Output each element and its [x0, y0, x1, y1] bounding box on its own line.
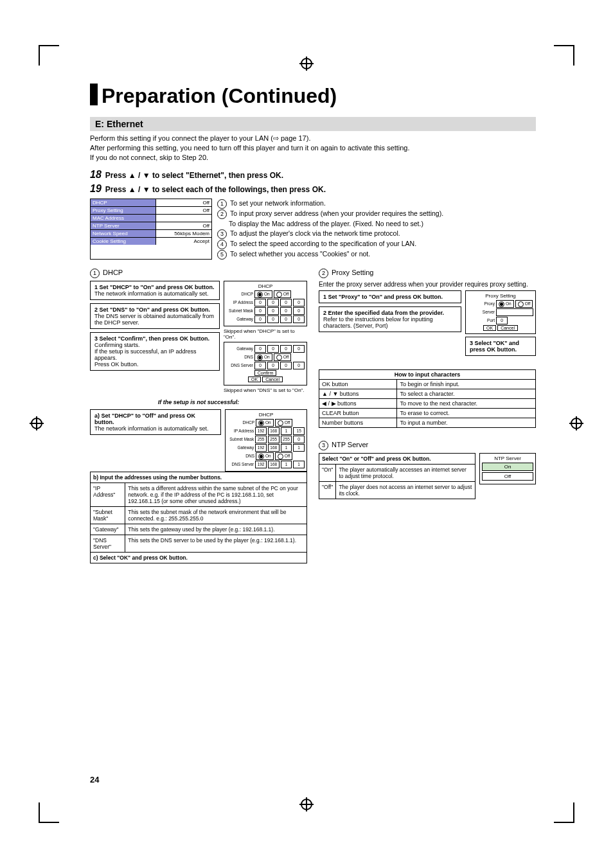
- radio-off-icon: [278, 420, 283, 426]
- step-text: Press ▲ / ▼ to select each of the follow…: [105, 185, 326, 194]
- cell: The player automatically accesses an int…: [336, 464, 475, 481]
- radio-on-icon: [258, 454, 264, 459]
- text: Confirming starts. If the setup is succe…: [94, 342, 196, 368]
- menu-label: Network Speed: [91, 230, 155, 238]
- text: 2 Set "DNS" to "On" and press OK button.: [94, 306, 210, 313]
- label: Server: [468, 310, 495, 314]
- cancel-button-illustration: Cancel: [262, 376, 283, 382]
- cell: 192: [255, 444, 267, 452]
- ntp-panel-illustration: NTP Server On Off: [479, 453, 536, 484]
- dhcp-heading: 1DHCP: [90, 269, 307, 278]
- text: Off: [283, 355, 289, 359]
- cell: 0: [280, 362, 292, 369]
- page-number: 24: [90, 775, 99, 784]
- cell: "IP Address": [91, 483, 125, 506]
- menu-value: Off: [155, 207, 211, 215]
- registration-mark-icon: [301, 799, 312, 810]
- radio-off-icon: [276, 292, 282, 297]
- cell: This sets the DNS server to be used by t…: [125, 535, 307, 552]
- text: To select the speed according to the spe…: [230, 240, 416, 247]
- fail-heading: If the setup is not successful:: [90, 399, 307, 405]
- cell: 0: [267, 362, 279, 369]
- menu-value: [155, 215, 211, 222]
- crop-mark: [39, 802, 59, 823]
- menu-value: Off: [155, 199, 211, 207]
- text: After performing this setting, you need …: [90, 144, 410, 152]
- text: 3 Select "Confirm", then press OK button…: [94, 335, 209, 342]
- proxy-step-2: 2 Enter the specified data from the prov…: [319, 306, 461, 332]
- label: Gateway: [226, 317, 253, 321]
- cell: 255: [268, 436, 280, 443]
- cell: "Subnet Mask": [91, 506, 125, 524]
- radio-on-icon: [257, 355, 263, 360]
- panel-title: NTP Server: [482, 456, 533, 461]
- text: DHCP: [103, 269, 123, 276]
- ntp-table: Select "On" or "Off" and press OK button…: [319, 453, 475, 499]
- label: DNS Server: [226, 363, 253, 368]
- text: On: [264, 355, 270, 359]
- label: IP Address: [226, 300, 253, 305]
- cell: 168: [268, 444, 280, 452]
- cell: This sets the subnet mask of the network…: [125, 506, 307, 524]
- cell: Number buttons: [319, 418, 397, 427]
- ntp-heading: 3NTP Server: [319, 441, 536, 450]
- cell: OK button: [319, 379, 397, 389]
- numbered-list: 1To set your network information. 2To in…: [217, 199, 443, 260]
- menu-label: MAC Address: [91, 215, 155, 222]
- text: Refer to the instructions below for inpu…: [323, 316, 433, 329]
- callout-1-icon: 1: [90, 269, 100, 278]
- crop-mark: [39, 45, 59, 66]
- cell: 168: [268, 427, 280, 435]
- cell: 192: [255, 427, 267, 435]
- step-19: 19Press ▲ / ▼ to select each of the foll…: [90, 183, 536, 195]
- registration-mark-icon: [571, 418, 582, 429]
- ok-button-illustration: OK: [248, 376, 261, 382]
- cell: 0: [293, 307, 305, 315]
- detail-columns: 1DHCP 1 Set "DHCP" to "On" and press OK …: [90, 269, 536, 563]
- cell: CLEAR button: [319, 408, 397, 418]
- step-number: 19: [90, 183, 102, 194]
- menu-label: Cookie Setting: [91, 238, 155, 245]
- text: b) Input the addresses using the number …: [93, 474, 222, 481]
- step-text: Press ▲ / ▼ to select "Ethernet", then p…: [105, 171, 283, 180]
- dhcp-step-3: 3 Select "Confirm", then press OK button…: [90, 332, 220, 371]
- cell: 0: [293, 362, 305, 369]
- cell: 0: [280, 299, 292, 306]
- ok-button-illustration: OK: [483, 325, 496, 331]
- text: c) Select "OK" and press OK button.: [93, 554, 188, 561]
- label: Proxy: [468, 301, 495, 306]
- cell: 1: [293, 444, 305, 452]
- cell: 0: [254, 345, 266, 353]
- proxy-step-3: 3 Select "OK" and press OK button.: [465, 337, 536, 356]
- cell: 0: [254, 315, 266, 323]
- cell: "DNS Server": [91, 535, 125, 552]
- text: Select "On" or "Off" and press OK button…: [322, 456, 431, 462]
- cell: To input a number.: [397, 418, 536, 427]
- registration-mark-icon: [301, 58, 312, 69]
- cell: 0: [293, 345, 305, 353]
- proxy-step-1: 1 Set "Proxy" to "On" and press OK butto…: [319, 290, 461, 303]
- panel-title: DHCP: [226, 283, 305, 289]
- text: 1 Set "Proxy" to "On" and press OK butto…: [323, 294, 443, 300]
- text: To display the Mac address of the player…: [229, 220, 423, 227]
- label: Gateway: [227, 445, 254, 450]
- cell: 0: [267, 345, 279, 353]
- label: DNS Server: [227, 462, 254, 466]
- panel-title: DHCP: [227, 412, 305, 418]
- cell: 0: [267, 315, 279, 323]
- text: The DNS server is obtained automatically…: [94, 313, 214, 326]
- dhcp-step-2: 2 Set "DNS" to "On" and press OK button.…: [90, 303, 220, 329]
- note: Skipped when "DHCP" is set to "On".: [224, 328, 307, 340]
- callout-2-icon: 2: [319, 269, 328, 278]
- radio-off-icon: [518, 301, 524, 307]
- cell: 255: [255, 436, 267, 443]
- text: Perform this setting if you connect the …: [90, 134, 273, 142]
- label: Gateway: [226, 346, 253, 351]
- callout-5-icon: 5: [217, 250, 227, 260]
- step-number: 18: [90, 169, 102, 180]
- intro-text: Perform this setting if you connect the …: [90, 134, 536, 163]
- label: Subnet Mask: [227, 437, 254, 441]
- text: 2 Enter the specified data from the prov…: [323, 310, 444, 316]
- cancel-button-illustration: Cancel: [497, 325, 518, 331]
- cell: 15: [293, 427, 305, 435]
